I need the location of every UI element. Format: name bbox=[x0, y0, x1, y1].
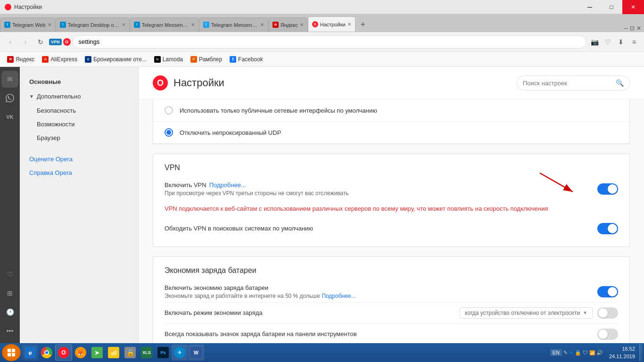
battery-icon-label: Всегда показывать значок заряда батареи … bbox=[165, 330, 357, 337]
main-area: ✉ VK ♡ ⊞ 🕐 ••• Основные ▼ Дополнительно … bbox=[0, 67, 644, 343]
vpn-heading: VPN bbox=[165, 164, 618, 172]
bookmark-yandex[interactable]: Я Яндекс bbox=[4, 55, 38, 64]
tab2-close[interactable]: ✕ bbox=[122, 22, 125, 27]
tab4-close[interactable]: ✕ bbox=[260, 22, 264, 27]
sidebar-item-advanced[interactable]: ▼ Дополнительно bbox=[20, 89, 138, 104]
tab-telegram-messenger[interactable]: T Telegram Messenger ✕ bbox=[130, 17, 199, 32]
sidebar-item-browser[interactable]: Браузер bbox=[20, 131, 138, 145]
tab-yandex[interactable]: Я Яндекс ✕ bbox=[268, 17, 308, 32]
bypass-vpn-row: Обходить VPN в поисковых системах по умо… bbox=[165, 220, 618, 237]
lang-badge: EN bbox=[550, 349, 562, 356]
tab-telegram-twitter[interactable]: T Telegram Messenger (@... ✕ bbox=[199, 17, 268, 32]
svg-rect-2 bbox=[8, 349, 11, 352]
taskbar-folder[interactable]: 📁 bbox=[106, 345, 122, 361]
tab6-close[interactable]: ✕ bbox=[347, 22, 351, 27]
new-tab-button[interactable]: + bbox=[355, 17, 371, 32]
taskbar-lock[interactable]: 🔒 bbox=[122, 345, 138, 361]
taskbar-opera[interactable]: O bbox=[55, 345, 72, 361]
tray-vpn-icon: 🔒 bbox=[575, 350, 581, 356]
refresh-button[interactable]: ↻ bbox=[34, 35, 47, 49]
radio-option-1[interactable]: Использовать только публичные сетевые ин… bbox=[153, 99, 629, 122]
radio-option-2[interactable]: Отключить непроксированный UDP bbox=[153, 122, 629, 144]
vpn-section: VPN Включить VPN Подр bbox=[153, 154, 630, 247]
tab6-favicon: O bbox=[312, 21, 318, 27]
taskbar-arrow[interactable]: ➤ bbox=[89, 345, 105, 361]
enable-vpn-link[interactable]: Подробнее... bbox=[209, 181, 246, 189]
battery-icon-toggle[interactable] bbox=[597, 329, 618, 340]
taskbar-firefox[interactable]: 🦊 bbox=[73, 345, 89, 361]
battery-heading: Экономия заряда батареи bbox=[165, 266, 618, 275]
taskbar-word[interactable]: W bbox=[188, 345, 204, 361]
menu-icon-button[interactable]: ≡ bbox=[628, 36, 640, 48]
back-button[interactable]: ‹ bbox=[4, 35, 17, 49]
search-settings-input[interactable] bbox=[523, 80, 613, 87]
settings-sidebar: Основные ▼ Дополнительно Безопасность Во… bbox=[20, 67, 139, 343]
sidebar-link-rate[interactable]: Оцените Opera bbox=[20, 152, 138, 166]
sidebar-item-security[interactable]: Безопасность bbox=[20, 104, 138, 117]
battery-enable-row: Включить экономию заряда батареи Экономь… bbox=[165, 281, 618, 303]
taskbar-xls[interactable]: XLS bbox=[139, 345, 155, 361]
vpn-toggle[interactable] bbox=[597, 183, 618, 195]
battery-mode-knob bbox=[598, 308, 608, 318]
download-icon-button[interactable]: ⬇ bbox=[615, 36, 627, 48]
messenger-sidebar-icon[interactable]: ✉ bbox=[1, 71, 18, 88]
bypass-vpn-toggle[interactable] bbox=[597, 223, 618, 234]
settings-content: O Настройки 🔍 Использовать только публич… bbox=[139, 67, 644, 343]
taskbar-photoshop[interactable]: Ps bbox=[155, 345, 171, 361]
tab-settings[interactable]: O Настройки ✕ bbox=[308, 16, 355, 32]
forward-button[interactable]: › bbox=[19, 35, 32, 49]
search-settings-box: 🔍 bbox=[517, 75, 630, 90]
whatsapp-sidebar-icon[interactable] bbox=[1, 90, 18, 107]
history-sidebar-icon[interactable]: 🕐 bbox=[1, 304, 18, 321]
tab1-close[interactable]: ✕ bbox=[48, 22, 51, 27]
address-bar[interactable] bbox=[73, 35, 586, 49]
maximize-button[interactable]: □ bbox=[601, 0, 622, 14]
bookmark-rambler[interactable]: Р Рамблер bbox=[187, 55, 225, 64]
bookmark-aliexpress[interactable]: A AliExpress bbox=[39, 55, 81, 64]
sidebar-item-features[interactable]: Возможности bbox=[20, 117, 138, 131]
svg-rect-5 bbox=[12, 353, 15, 356]
battery-mode-dropdown[interactable]: когда устройство отключено от электросет… bbox=[460, 307, 593, 319]
sidebar-link-help[interactable]: Справка Opera bbox=[20, 166, 138, 180]
bookmarks-bar: Я Яндекс A AliExpress B Бронирование оте… bbox=[0, 52, 644, 67]
radio-options-section: Использовать только публичные сетевые ин… bbox=[153, 99, 630, 144]
taskbar-ie[interactable]: e bbox=[22, 345, 38, 361]
heart-icon-button[interactable]: ♡ bbox=[602, 36, 614, 48]
taskbar-telegram[interactable]: ✈ bbox=[172, 345, 188, 361]
favorites-sidebar-icon[interactable]: ♡ bbox=[1, 266, 18, 283]
enable-vpn-row: Включить VPN Подробнее... При просмотре … bbox=[165, 179, 618, 199]
taskbar-clock[interactable]: 16:52 24.11.2019 bbox=[605, 345, 639, 361]
minimize-button[interactable]: ─ bbox=[579, 0, 601, 14]
tab3-favicon: T bbox=[134, 22, 140, 28]
camera-icon-button[interactable]: 📷 bbox=[588, 36, 601, 48]
tab-telegram-desktop[interactable]: T Telegram Desktop on th... ✕ bbox=[56, 17, 130, 32]
settings-subnav: Безопасность Возможности Браузер bbox=[20, 104, 138, 145]
battery-mode-toggle[interactable] bbox=[597, 307, 618, 319]
bookmark-lamoda[interactable]: la Lamoda bbox=[151, 55, 186, 64]
page-title: Настройки bbox=[173, 77, 224, 89]
speed-dial-sidebar-icon[interactable]: ⊞ bbox=[1, 285, 18, 302]
battery-icon-knob bbox=[598, 329, 608, 339]
bookmark-facebook[interactable]: f Facebook bbox=[226, 55, 266, 64]
start-button[interactable] bbox=[2, 344, 21, 361]
tab-telegram-web[interactable]: T Telegram Web ✕ bbox=[0, 17, 56, 32]
tab1-favicon: T bbox=[4, 22, 10, 28]
battery-enable-link[interactable]: Подробнее... bbox=[322, 293, 356, 299]
svg-rect-4 bbox=[8, 353, 11, 356]
taskbar-chrome[interactable] bbox=[39, 345, 55, 361]
tray-telegram-icon: ✈ bbox=[569, 350, 573, 356]
battery-enable-toggle[interactable] bbox=[597, 286, 618, 297]
enable-vpn-left: Включить VPN Подробнее... При просмотре … bbox=[165, 181, 588, 197]
show-desktop-button[interactable] bbox=[639, 344, 642, 361]
bookmark-hotels[interactable]: B Бронирование оте... bbox=[82, 55, 150, 64]
tab5-close[interactable]: ✕ bbox=[300, 22, 304, 27]
battery-mode-label: Включать режим экономии заряда bbox=[165, 309, 263, 316]
close-button[interactable]: ✕ bbox=[622, 0, 644, 14]
tab3-close[interactable]: ✕ bbox=[191, 22, 195, 27]
bypass-toggle-knob bbox=[608, 224, 617, 233]
more-sidebar-icon[interactable]: ••• bbox=[1, 322, 18, 339]
enable-vpn-sub: При просмотре через VPN третьи стороны н… bbox=[165, 190, 588, 197]
restore-icon: ⊡ bbox=[630, 25, 635, 32]
sidebar-item-basic[interactable]: Основные bbox=[20, 74, 138, 89]
vk-sidebar-icon[interactable]: VK bbox=[1, 108, 18, 125]
